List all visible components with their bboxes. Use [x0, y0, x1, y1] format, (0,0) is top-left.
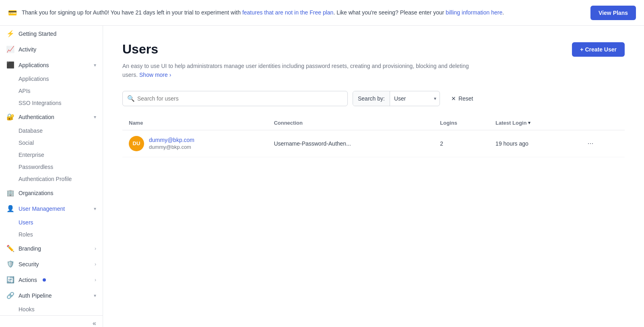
sidebar-item-applications[interactable]: ⬛ Applications ▾	[0, 57, 103, 73]
sidebar: ⚡ Getting Started 📈 Activity ⬛ Applicati…	[0, 26, 103, 327]
content-area: Users + Create User An easy to use UI to…	[103, 26, 644, 327]
th-latest-login: Latest Login ▾	[489, 116, 578, 130]
banner-icon: 💳	[8, 8, 17, 17]
sidebar-item-roles[interactable]: Roles	[0, 228, 103, 241]
search-icon: 🔍	[127, 95, 135, 102]
sidebar-item-actions[interactable]: 🔄 Actions ›	[0, 272, 103, 288]
banner-text-before: Thank you for signing up for Auth0! You …	[22, 9, 242, 16]
sidebar-item-user-management[interactable]: 👤 User Management ▾	[0, 201, 103, 216]
page-header: Users + Create User	[122, 42, 625, 57]
user-email-primary[interactable]: dummy@bkp.com	[149, 137, 194, 143]
activity-icon: 📈	[6, 45, 14, 53]
sort-desc-icon: ▾	[528, 120, 530, 125]
view-plans-button[interactable]: View Plans	[590, 6, 636, 20]
collapse-icon: «	[93, 320, 96, 327]
td-name: DU dummy@bkp.com dummy@bkp.com	[122, 130, 267, 157]
applications-icon: ⬛	[6, 61, 14, 69]
search-row: 🔍 Search by: User Email Username Connect…	[122, 91, 625, 106]
sidebar-item-applications-sub[interactable]: Applications	[0, 73, 103, 85]
banner-text: Thank you for signing up for Auth0! You …	[22, 8, 586, 17]
td-row-actions: ···	[578, 130, 625, 157]
show-more-link[interactable]: Show more ›	[139, 70, 171, 79]
sidebar-item-sso-integrations[interactable]: SSO Integrations	[0, 97, 103, 109]
actions-dot	[43, 278, 46, 282]
th-connection: Connection	[267, 116, 433, 130]
features-link[interactable]: features that are not in the Free plan	[242, 9, 333, 16]
td-connection: Username-Password-Authen...	[267, 130, 433, 157]
user-email-secondary: dummy@bkp.com	[149, 144, 194, 150]
row-more-button[interactable]: ···	[584, 138, 597, 149]
th-logins: Logins	[433, 116, 489, 130]
users-table: Name Connection Logins Latest Login ▾	[122, 116, 625, 157]
td-latest-login: 19 hours ago	[489, 130, 578, 157]
th-actions	[578, 116, 625, 130]
sidebar-item-authentication-profile[interactable]: Authentication Profile	[0, 173, 103, 185]
table-header-row: Name Connection Logins Latest Login ▾	[122, 116, 625, 130]
sidebar-item-branding[interactable]: ✏️ Branding ›	[0, 241, 103, 256]
sidebar-label-branding: Branding	[19, 245, 41, 252]
chevron-down-icon-auth: ▾	[94, 114, 96, 120]
banner-text-middle: . Like what you're seeing? Please enter …	[333, 9, 446, 16]
reset-label: Reset	[458, 95, 473, 102]
reset-button[interactable]: ✕ Reset	[445, 91, 480, 106]
auth-pipeline-icon: 🔗	[6, 292, 14, 299]
sidebar-item-getting-started[interactable]: ⚡ Getting Started	[0, 26, 103, 41]
show-more-label: Show more	[139, 70, 168, 79]
user-name-cell: DU dummy@bkp.com dummy@bkp.com	[129, 136, 261, 151]
sidebar-label-organizations: Organizations	[19, 190, 53, 196]
sidebar-collapse-button[interactable]: «	[0, 315, 103, 327]
search-input[interactable]	[122, 91, 348, 106]
sidebar-item-apis[interactable]: APIs	[0, 85, 103, 97]
create-user-button[interactable]: + Create User	[572, 42, 625, 57]
page-description: An easy to use UI to help administrators…	[122, 62, 485, 80]
actions-icon: 🔄	[6, 276, 14, 284]
chevron-down-icon-ap: ▾	[94, 293, 96, 298]
chevron-down-icon: ▾	[94, 62, 96, 68]
sidebar-label-actions: Actions	[19, 277, 37, 283]
sidebar-item-authentication[interactable]: 🔐 Authentication ▾	[0, 109, 103, 125]
billing-link[interactable]: billing information here	[446, 9, 502, 16]
branding-icon: ✏️	[6, 245, 14, 252]
chevron-right-icon-branding: ›	[95, 246, 96, 251]
organizations-icon: 🏢	[6, 189, 14, 197]
main-layout: ⚡ Getting Started 📈 Activity ⬛ Applicati…	[0, 26, 644, 327]
page-title: Users	[122, 42, 158, 57]
table-row: DU dummy@bkp.com dummy@bkp.com Username-…	[122, 130, 625, 157]
sidebar-item-auth-pipeline[interactable]: 🔗 Auth Pipeline ▾	[0, 288, 103, 303]
avatar: DU	[129, 136, 144, 151]
sidebar-label-auth-pipeline: Auth Pipeline	[19, 292, 52, 299]
sidebar-item-social[interactable]: Social	[0, 137, 103, 149]
search-by-select[interactable]: User Email Username Connection	[390, 91, 434, 106]
chevron-down-icon-um: ▾	[94, 206, 96, 212]
sidebar-item-database[interactable]: Database	[0, 125, 103, 137]
user-email-info: dummy@bkp.com dummy@bkp.com	[149, 137, 194, 150]
sidebar-item-passwordless[interactable]: Passwordless	[0, 161, 103, 173]
sidebar-item-users[interactable]: Users	[0, 216, 103, 228]
sidebar-label-applications: Applications	[19, 62, 49, 68]
sidebar-item-security[interactable]: 🛡️ Security ›	[0, 256, 103, 272]
top-banner: 💳 Thank you for signing up for Auth0! Yo…	[0, 0, 644, 26]
sidebar-item-enterprise[interactable]: Enterprise	[0, 149, 103, 161]
search-input-wrap: 🔍	[122, 91, 348, 106]
authentication-icon: 🔐	[6, 113, 14, 121]
search-by-wrap: Search by: User Email Username Connectio…	[353, 91, 440, 106]
chevron-right-show-more: ›	[169, 70, 171, 79]
chevron-right-icon-security: ›	[95, 261, 96, 267]
chevron-down-icon-search-by: ▾	[434, 96, 436, 101]
sidebar-label-security: Security	[19, 261, 39, 267]
search-by-label: Search by:	[353, 91, 390, 106]
lightning-icon: ⚡	[6, 30, 14, 37]
sidebar-label-activity: Activity	[19, 46, 36, 53]
banner-text-end: .	[502, 9, 504, 16]
sidebar-label-authentication: Authentication	[19, 114, 54, 120]
sidebar-item-activity[interactable]: 📈 Activity	[0, 41, 103, 57]
description-text: An easy to use UI to help administrators…	[122, 63, 469, 78]
sidebar-item-hooks[interactable]: Hooks	[0, 303, 103, 315]
td-logins: 2	[433, 130, 489, 157]
sidebar-item-organizations[interactable]: 🏢 Organizations	[0, 185, 103, 201]
th-name: Name	[122, 116, 267, 130]
sidebar-label-user-management: User Management	[19, 206, 65, 212]
security-icon: 🛡️	[6, 260, 14, 268]
close-icon: ✕	[451, 95, 456, 102]
chevron-right-icon-actions: ›	[95, 277, 96, 283]
